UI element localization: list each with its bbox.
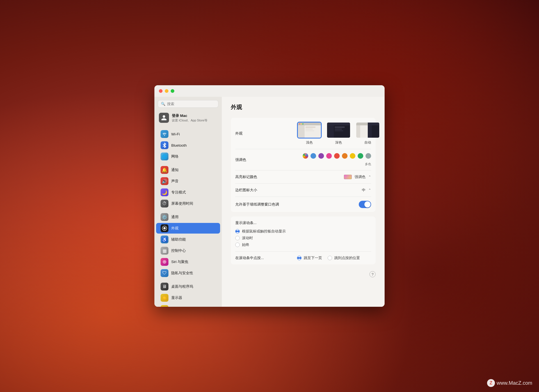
apple-id-icon (159, 113, 169, 123)
accent-red[interactable] (334, 153, 340, 159)
appearance-option-auto[interactable]: 自动 (355, 122, 380, 145)
sidebar-item-label-bluetooth: Bluetooth (171, 143, 187, 147)
sidebar-item-notify[interactable]: 🔔 通知 (156, 165, 220, 175)
apple-id-section[interactable]: 登录 Mac 设置 iCloud、App Store等 (154, 111, 222, 126)
sidebar-item-network[interactable]: 🌐 网络 (156, 151, 220, 162)
help-button[interactable]: ? (369, 271, 376, 277)
scroll-jump-page-radio[interactable] (297, 256, 302, 260)
scrollbar-auto-label: 根据鼠标或触控板自动显示 (242, 229, 286, 234)
sidebar-item-label-desktop: 桌面与程序坞 (171, 284, 193, 289)
apple-id-title: 登录 Mac (172, 113, 207, 118)
scroll-click-row: 在滚动条中点按... 跳至下一页 跳到点按的位置 (235, 252, 371, 264)
search-input[interactable] (167, 102, 215, 106)
siri-icon (161, 258, 168, 266)
appearance-option-dark[interactable]: 深色 (326, 122, 351, 145)
sidebar-item-label-privacy: 隐私与安全性 (171, 271, 193, 276)
highlight-swatch (344, 175, 352, 179)
bluetooth-icon (161, 141, 168, 149)
scroll-click-label: 在滚动条中点按... (235, 255, 297, 260)
sidebar-item-appearance[interactable]: 外观 (156, 223, 220, 234)
help-row: ? (231, 269, 376, 277)
accent-color-row: 强调色 (235, 149, 371, 170)
window-body: 🔍 登录 Mac 设置 iCloud、App Store等 (154, 97, 385, 307)
sidebar-item-label-siri: Siri 与聚焦 (171, 259, 188, 264)
accent-yellow[interactable] (350, 153, 355, 159)
appearance-card: 外观 (231, 118, 376, 212)
sidebar-item-screentime[interactable]: ⏱ 屏幕使用时间 (156, 198, 220, 209)
sidebar-item-label-display: 显示器 (171, 295, 182, 300)
sidebar-item-privacy[interactable]: 🛡 隐私与安全性 (156, 268, 220, 278)
sidebar-item-wallpaper[interactable]: 🖼 墙纸 (156, 304, 220, 307)
accent-graphite[interactable] (366, 153, 371, 159)
highlight-color-chevron: ⌃ (368, 175, 371, 179)
sidebar-item-label-network: 网络 (171, 154, 179, 159)
scrollbar-scrolling-radio[interactable] (235, 236, 240, 240)
scrollbars-section: 显示滚动条... 根据鼠标或触控板自动显示 滚动时 (235, 216, 371, 252)
wallpaper-tinting-toggle[interactable] (359, 201, 371, 208)
scrollbar-scrolling-label: 滚动时 (242, 236, 253, 241)
scroll-jump-spot-row[interactable]: 跳到点按的位置 (328, 255, 360, 260)
sidebar-item-label-control: 控制中心 (171, 248, 186, 253)
watermark-text: www.MacZ.com (497, 380, 532, 386)
close-button[interactable] (159, 89, 163, 93)
sidebar-item-desktop[interactable]: 🖥 桌面与程序坞 (156, 281, 220, 292)
accent-color-label: 强调色 (235, 157, 297, 162)
sidebar-item-control[interactable]: ▦ 控制中心 (156, 245, 220, 256)
sidebar-item-label-screentime: 屏幕使用时间 (171, 201, 193, 206)
wallpaper-icon: 🖼 (161, 305, 168, 307)
appearance-control: 浅色 (297, 122, 380, 145)
appearance-icon (161, 224, 168, 232)
sidebar-item-label-sound: 声音 (171, 179, 179, 184)
watermark-icon: Z (487, 379, 495, 387)
sidebar-item-accessibility[interactable]: ♿ 辅助功能 (156, 234, 220, 245)
scrollbar-scrolling-row[interactable]: 滚动时 (235, 236, 371, 241)
sidebar-item-siri[interactable]: Siri 与聚焦 (156, 257, 220, 267)
sidebar-item-focus[interactable]: 🌙 专注模式 (156, 187, 220, 198)
scroll-jump-spot-label: 跳到点按的位置 (334, 255, 360, 260)
wallpaper-tinting-row: 允许基于墙纸调整窗口色调 (235, 197, 371, 212)
notify-icon: 🔔 (161, 166, 168, 174)
appearance-thumb-light (297, 122, 322, 139)
sidebar-item-wifi[interactable]: Wi-Fi (156, 129, 220, 139)
scrollbar-auto-row[interactable]: 根据鼠标或触控板自动显示 (235, 229, 371, 234)
accent-green[interactable] (358, 153, 363, 159)
scrollbar-always-radio[interactable] (235, 243, 240, 247)
appearance-label-dark: 深色 (335, 140, 342, 145)
sidebar-item-sound[interactable]: 🔊 声音 (156, 176, 220, 186)
accent-purple[interactable] (318, 153, 324, 159)
accent-pink[interactable] (326, 153, 332, 159)
appearance-label: 外观 (235, 131, 297, 136)
appearance-option-light[interactable]: 浅色 (297, 122, 322, 145)
scrollbar-always-row[interactable]: 始终 (235, 242, 371, 247)
accent-multicolor-label: 多色 (365, 162, 371, 166)
scroll-jump-page-label: 跳至下一页 (304, 255, 322, 260)
sidebar-item-display[interactable]: ☀️ 显示器 (156, 292, 220, 303)
scroll-jump-page-row[interactable]: 跳至下一页 (297, 255, 322, 260)
sidebar-item-bluetooth[interactable]: Bluetooth (156, 140, 220, 151)
scrollbar-auto-radio[interactable] (235, 229, 240, 234)
control-icon: ▦ (161, 247, 168, 255)
highlight-color-label: 高亮标记颜色 (235, 174, 297, 179)
titlebar (154, 85, 385, 97)
appearance-thumb-auto (355, 122, 380, 139)
accent-orange[interactable] (342, 153, 348, 159)
highlight-color-control[interactable]: 强调色 ⌃ (297, 174, 371, 179)
sidebar-item-general[interactable]: ⚙️ 通用 (156, 212, 220, 222)
appearance-options: 浅色 (297, 122, 380, 145)
accent-multicolor[interactable] (303, 153, 308, 159)
minimize-button[interactable] (165, 89, 168, 93)
scroll-jump-spot-radio[interactable] (328, 256, 332, 260)
display-icon: ☀️ (161, 294, 168, 302)
highlight-color-value: 强调色 (355, 174, 366, 179)
network-icon: 🌐 (161, 153, 168, 160)
apple-id-text: 登录 Mac 设置 iCloud、App Store等 (172, 113, 207, 123)
sidebar-icon-size-row: 边栏图标大小 中 ⌃ (235, 184, 371, 197)
appearance-label-auto: 自动 (364, 140, 371, 145)
accent-blue[interactable] (310, 153, 316, 159)
focus-icon: 🌙 (161, 188, 168, 196)
traffic-lights (159, 89, 174, 93)
sidebar-icon-size-label: 边栏图标大小 (235, 188, 297, 193)
search-bar[interactable]: 🔍 (158, 100, 218, 108)
maximize-button[interactable] (171, 89, 174, 93)
sidebar-icon-size-control[interactable]: 中 ⌃ (297, 188, 371, 193)
